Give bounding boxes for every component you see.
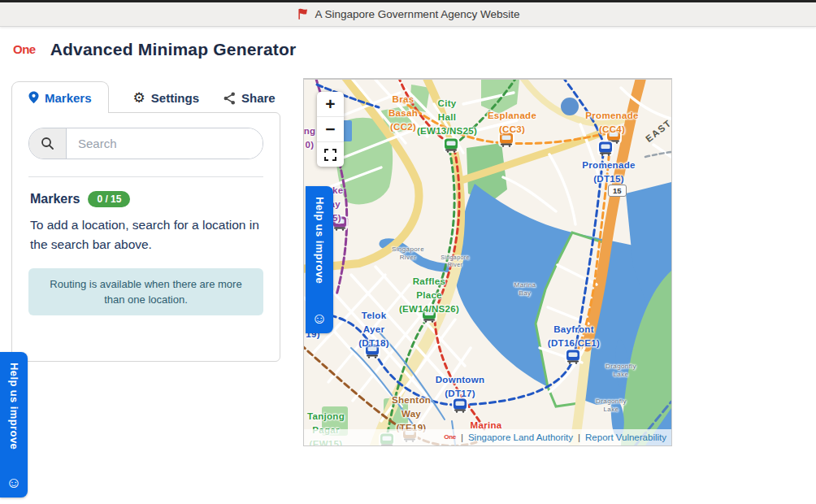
help-us-improve-map-button[interactable]: Help us improve ☺ [306,186,333,333]
fullscreen-icon [324,149,336,161]
tab-markers-label: Markers [45,91,92,105]
train-icon [597,141,614,156]
map-pin-icon [28,91,39,104]
help-us-improve-button[interactable]: Help us improve ☺ [0,352,28,497]
zoom-in-button[interactable]: + [317,92,344,117]
tab-share-label: Share [241,91,276,105]
search-input[interactable] [67,128,263,159]
app-header: One map Advanced Minimap Generator [0,27,816,66]
report-vulnerability-link[interactable]: Report Vulnerability [585,432,666,442]
train-icon [332,215,348,231]
search-icon-button[interactable] [29,128,67,159]
markers-count-badge: 0 / 15 [88,191,130,207]
zoom-out-button[interactable]: − [317,117,344,142]
routing-note: Routing is available when there are more… [28,268,263,315]
sidebar: Markers ⚙ Settings Share [11,81,280,362]
tab-share[interactable]: Share [224,91,276,112]
train-icon [421,307,437,323]
search-bar [28,128,263,159]
search-icon [41,137,54,150]
onemap-logo: One map [13,45,36,54]
panel-divider [28,176,263,177]
onemap-attr-logo: One map [444,435,456,441]
fullscreen-button[interactable] [317,142,344,167]
smiley-icon: ☺ [6,475,21,497]
markers-instruction: To add a location, search for a location… [30,215,274,254]
smiley-icon: ☺ [311,311,327,333]
map-canvas[interactable]: BrasBasah(CC2)CityHall(EW13/NS25)Esplana… [303,79,672,446]
tab-settings-label: Settings [151,91,199,105]
markers-heading: Markers [30,192,80,206]
train-icon [364,343,380,358]
train-icon [452,398,468,413]
train-icon [565,349,581,364]
sg-flag-icon [297,8,309,20]
tab-markers[interactable]: Markers [11,81,109,113]
tab-settings[interactable]: ⚙ Settings [133,91,199,112]
map-attribution: One map | Singapore Land Authority | Rep… [304,429,671,445]
gear-icon: ⚙ [133,91,145,105]
gov-banner-text: A Singapore Government Agency Website [315,8,520,20]
train-icon [498,132,514,147]
sla-link[interactable]: Singapore Land Authority [468,432,573,442]
share-icon [224,92,236,105]
markers-panel: Markers 0 / 15 To add a location, search… [11,112,280,362]
tab-bar: Markers ⚙ Settings Share [11,81,280,112]
road-shield-15: 15 [608,185,627,197]
page-title: Advanced Minimap Generator [50,40,297,59]
map-zoom-control: + − [317,92,344,167]
train-icon [443,137,459,153]
station-icons-layer [304,80,671,445]
gov-banner: A Singapore Government Agency Website [0,2,816,27]
